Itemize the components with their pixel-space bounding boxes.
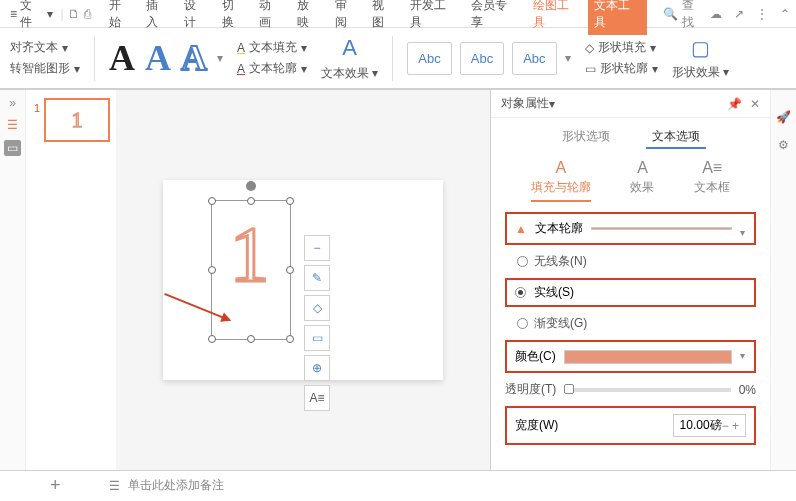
- notes-placeholder[interactable]: 单击此处添加备注: [128, 477, 224, 494]
- handle-nw[interactable]: [208, 197, 216, 205]
- handle-ne[interactable]: [286, 197, 294, 205]
- tab-member[interactable]: 会员专享: [465, 0, 524, 35]
- thumbnails-icon[interactable]: ▭: [4, 140, 21, 156]
- hamburger-menu[interactable]: ≡ 文件 ▾: [6, 0, 57, 33]
- pen-icon[interactable]: ✎: [304, 265, 330, 291]
- outline-tool-icon[interactable]: ▭: [304, 325, 330, 351]
- shape-style-more[interactable]: ▾: [565, 51, 571, 65]
- text-format-icon[interactable]: A≡: [304, 385, 330, 411]
- collapse-icon[interactable]: ⌃: [780, 7, 790, 21]
- shape-fill-button[interactable]: ◇ 形状填充 ▾: [585, 39, 658, 56]
- shape-style-1[interactable]: Abc: [407, 42, 451, 75]
- option-solid-line[interactable]: 实线(S): [505, 278, 756, 307]
- notes-icon[interactable]: ☰: [109, 479, 120, 493]
- subtab-effects[interactable]: A效果: [630, 159, 654, 202]
- tab-slideshow[interactable]: 放映: [291, 0, 327, 35]
- slide[interactable]: 1: [163, 180, 443, 380]
- rotate-handle[interactable]: [246, 181, 256, 191]
- share-icon[interactable]: ↗: [734, 7, 744, 21]
- wordart-style-2[interactable]: A: [145, 37, 171, 79]
- color-picker[interactable]: [564, 350, 732, 364]
- shape-effect-button[interactable]: ▢ 形状效果 ▾: [672, 36, 729, 81]
- tab-animation[interactable]: 动画: [253, 0, 289, 35]
- width-input[interactable]: 10.00磅 − +: [673, 414, 746, 437]
- width-row: 宽度(W) 10.00磅 − +: [505, 406, 756, 445]
- tab-shape-options[interactable]: 形状选项: [556, 126, 616, 149]
- shape-outline-button[interactable]: ▭ 形状轮廓 ▾: [585, 60, 658, 77]
- color-label: 颜色(C): [515, 348, 556, 365]
- canvas[interactable]: 1 − ✎ ◇ ▭ ⊕ A≡: [116, 90, 490, 470]
- text-fill-button[interactable]: A 文本填充 ▾: [237, 39, 307, 56]
- slide-number: 1: [34, 102, 40, 114]
- wordart-gallery: A A A ▾: [109, 37, 223, 79]
- wordart-more[interactable]: ▾: [217, 51, 223, 65]
- width-label: 宽度(W): [515, 417, 558, 434]
- minus-icon[interactable]: −: [304, 235, 330, 261]
- tab-insert[interactable]: 插入: [140, 0, 176, 35]
- properties-panel: 对象属性 ▾ 📌✕ 形状选项 文本选项 A填充与轮廓 A效果 A≡文本框 ▲ 文…: [490, 90, 770, 470]
- pin-icon[interactable]: 📌: [727, 97, 742, 111]
- tab-dev[interactable]: 开发工具: [404, 0, 463, 35]
- rocket-icon[interactable]: 🚀: [776, 110, 791, 124]
- handle-n[interactable]: [247, 197, 255, 205]
- slide-thumbnail-1[interactable]: 1 1: [44, 98, 110, 142]
- tab-drawing[interactable]: 绘图工具: [527, 0, 586, 35]
- wordart-style-3[interactable]: A: [181, 37, 207, 79]
- new-icon[interactable]: 🗋: [68, 7, 80, 21]
- subtab-textbox[interactable]: A≡文本框: [694, 159, 730, 202]
- search-icon: 🔍: [663, 7, 678, 21]
- tab-transition[interactable]: 切换: [216, 0, 252, 35]
- text-content[interactable]: 1: [230, 209, 269, 299]
- close-icon[interactable]: ✕: [750, 97, 760, 111]
- opacity-label: 透明度(T): [505, 381, 556, 398]
- search-box[interactable]: 🔍查找: [663, 0, 706, 31]
- cloud-icon[interactable]: ☁: [710, 7, 722, 21]
- selection-box[interactable]: 1: [211, 200, 291, 340]
- handle-w[interactable]: [208, 266, 216, 274]
- panel-tabs: 形状选项 文本选项: [491, 118, 770, 153]
- option-gradient-line[interactable]: 渐变线(G): [505, 315, 756, 332]
- tab-design[interactable]: 设计: [178, 0, 214, 35]
- handle-s[interactable]: [247, 335, 255, 343]
- tab-view[interactable]: 视图: [366, 0, 402, 35]
- outline-icon[interactable]: ☰: [7, 118, 18, 132]
- add-slide-button[interactable]: +: [50, 475, 61, 496]
- panel-body: ▲ 文本轮廓 无线条(N) 实线(S) 渐变线(G) 颜色(C) 透明度(T) …: [491, 202, 770, 455]
- text-outline-button[interactable]: A 文本轮廓 ▾: [237, 60, 307, 77]
- text-effect-button[interactable]: A 文本效果 ▾: [321, 35, 378, 82]
- print-icon[interactable]: ⎙: [84, 7, 91, 21]
- more-icon[interactable]: ⋮: [756, 7, 768, 21]
- outline-preview[interactable]: [591, 227, 732, 230]
- expand-icon[interactable]: ▲: [515, 222, 527, 236]
- tab-text-tools[interactable]: 文本工具: [588, 0, 647, 35]
- settings-icon[interactable]: ⚙: [778, 138, 789, 152]
- handle-e[interactable]: [286, 266, 294, 274]
- tab-text-options[interactable]: 文本选项: [646, 126, 706, 149]
- fill-icon[interactable]: ◇: [304, 295, 330, 321]
- panel-subtabs: A填充与轮廓 A效果 A≡文本框: [491, 153, 770, 202]
- opacity-slider[interactable]: [564, 388, 730, 392]
- separator: [94, 36, 95, 81]
- align-icon[interactable]: ⊕: [304, 355, 330, 381]
- tab-bar: 开始 插入 设计 切换 动画 放映 审阅 视图 开发工具 会员专享 绘图工具 文…: [103, 0, 648, 35]
- main-area: » ☰ ▭ 1 1 1 − ✎: [0, 90, 796, 470]
- option-no-line[interactable]: 无线条(N): [505, 253, 756, 270]
- spinner-icon[interactable]: − +: [722, 419, 739, 433]
- left-rail: » ☰ ▭: [0, 90, 26, 470]
- tab-start[interactable]: 开始: [103, 0, 139, 35]
- chevron-icon[interactable]: »: [9, 96, 16, 110]
- shape-style-3[interactable]: Abc: [512, 42, 556, 75]
- file-menu: 文件: [20, 0, 44, 31]
- section-label: 文本轮廓: [535, 220, 583, 237]
- handle-se[interactable]: [286, 335, 294, 343]
- shape-style-2[interactable]: Abc: [460, 42, 504, 75]
- smart-art-button[interactable]: 转智能图形 ▾: [10, 60, 80, 77]
- ribbon: 对齐文本 ▾ 转智能图形 ▾ A A A ▾ A 文本填充 ▾ A 文本轮廓 ▾…: [0, 28, 796, 90]
- shape-style-gallery: Abc Abc Abc ▾: [407, 42, 570, 75]
- handle-sw[interactable]: [208, 335, 216, 343]
- tab-review[interactable]: 审阅: [329, 0, 365, 35]
- section-text-outline: ▲ 文本轮廓: [505, 212, 756, 245]
- align-text-button[interactable]: 对齐文本 ▾: [10, 39, 80, 56]
- wordart-style-1[interactable]: A: [109, 37, 135, 79]
- subtab-fill-outline[interactable]: A填充与轮廓: [531, 159, 591, 202]
